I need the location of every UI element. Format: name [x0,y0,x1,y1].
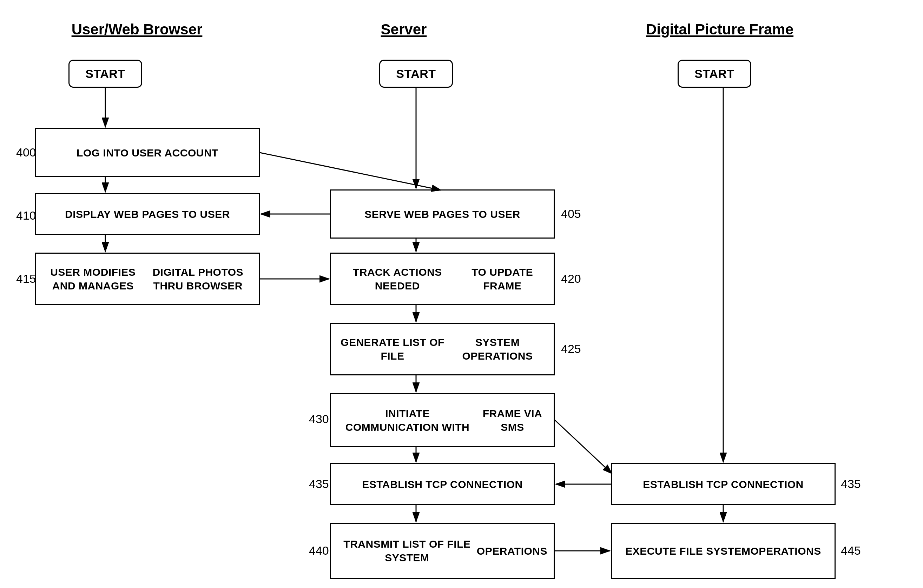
label-445: 445 [841,544,861,557]
box-410: DISPLAY WEB PAGES TO USER [35,193,260,235]
box-400: LOG INTO USER ACCOUNT [35,128,260,177]
start-browser: START [69,60,142,88]
box-430: INITIATE COMMUNICATION WITHFRAME VIA SMS [330,393,555,447]
label-435f: 435 [841,477,861,491]
svg-line-15 [555,420,612,473]
label-425: 425 [561,342,581,356]
label-435s: 435 [309,477,329,491]
svg-line-12 [260,152,441,190]
header-frame: Digital Picture Frame [597,21,843,38]
box-435-server: ESTABLISH TCP CONNECTION [330,463,555,505]
label-410: 410 [16,209,36,223]
label-440: 440 [309,544,329,557]
flowchart-diagram: User/Web Browser Server Digital Picture … [0,0,923,588]
header-browser: User/Web Browser [28,21,246,38]
box-445: EXECUTE FILE SYSTEMOPERATIONS [611,523,836,579]
box-405: SERVE WEB PAGES TO USER [330,190,555,239]
label-415: 415 [16,272,36,286]
label-430: 430 [309,412,329,426]
header-server: Server [316,21,491,38]
label-420: 420 [561,272,581,286]
label-400: 400 [16,146,36,159]
box-415: USER MODIFIES AND MANAGESDIGITAL PHOTOS … [35,252,260,305]
label-405: 405 [561,207,581,221]
box-435-frame: ESTABLISH TCP CONNECTION [611,463,836,505]
start-server: START [379,60,453,88]
box-440: TRANSMIT LIST OF FILE SYSTEMOPERATIONS [330,523,555,579]
box-425: GENERATE LIST OF FILESYSTEM OPERATIONS [330,323,555,375]
start-frame: START [678,60,751,88]
box-420: TRACK ACTIONS NEEDEDTO UPDATE FRAME [330,252,555,305]
